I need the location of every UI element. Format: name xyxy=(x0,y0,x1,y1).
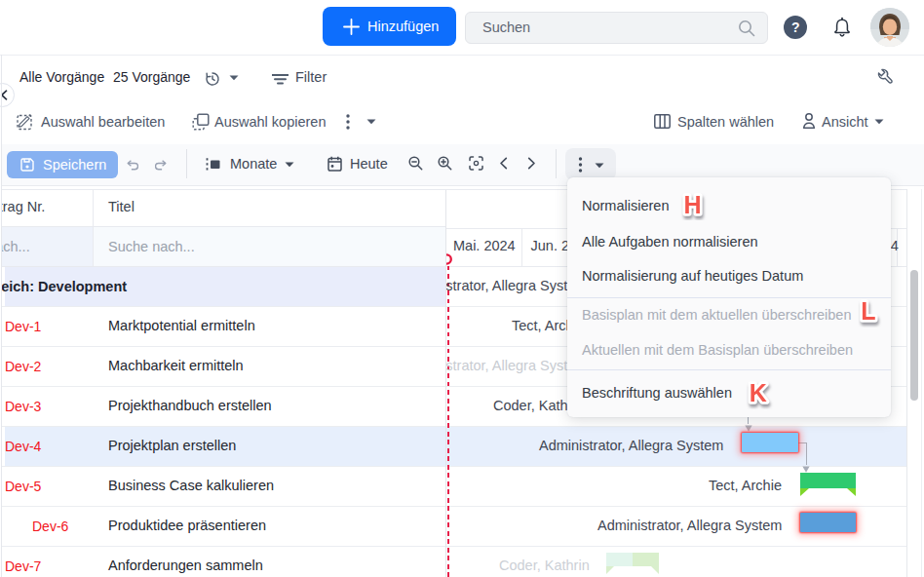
svg-text:L: L xyxy=(861,297,875,325)
svg-text:H: H xyxy=(683,191,701,218)
svg-text:K: K xyxy=(750,379,767,406)
